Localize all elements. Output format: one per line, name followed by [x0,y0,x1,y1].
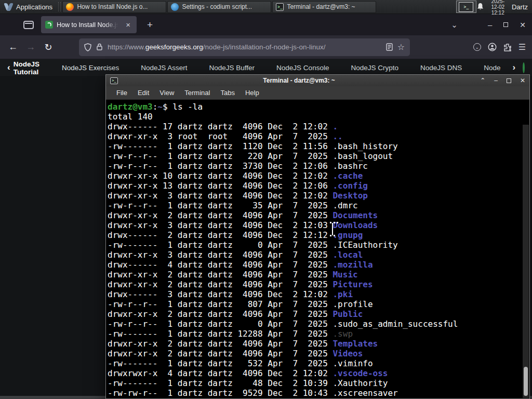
terminal-icon: >_ [110,77,118,84]
terminal-window: >_ Terminal - dartz@vm3: ~ ⌃ – ✕ FileEdi… [105,74,530,399]
ls-line: drwx------ 17 dartz dartz 4096 Dec 2 12:… [108,122,522,131]
terminal-scrollbar-thumb[interactable] [524,367,528,396]
url-bar[interactable]: https://www.geeksforgeeks.org/node-js/in… [79,38,410,56]
terminal-menu-terminal[interactable]: Terminal [179,87,215,98]
nav-link[interactable]: NodeJS Exercises [62,64,119,72]
distro-logo-icon [4,3,13,11]
geeksforgeeks-favicon [45,21,53,29]
user-menu[interactable]: Dartz [512,3,528,11]
firefox-icon [66,3,74,11]
ls-line: drwxr-xr-x 2 dartz dartz 4096 Apr 7 2025… [108,270,522,280]
nav-link[interactable]: NodeJS Assert [141,64,187,72]
nav-link[interactable]: NodeJS Console [276,64,329,72]
ls-line: -rw------- 1 dartz dartz 1120 Dec 2 11:5… [108,141,522,151]
tracking-shield-icon[interactable] [84,43,91,51]
panel-clock[interactable]: 2025-12-02 12:12 [490,0,506,16]
browser-minimize-button[interactable]: – [488,20,492,29]
ls-line: -rw-r--r-- 1 dartz dartz 3730 Dec 2 12:0… [108,161,522,171]
taskbar-button-label: Terminal - dartz@vm3: ~ [287,3,355,10]
clock-date: 2025-12-02 [490,0,506,10]
terminal-menu-file[interactable]: File [111,87,132,98]
ls-line: -rw-r--r-- 1 dartz dartz 220 Apr 7 2025 … [108,151,522,161]
applications-menu-button[interactable]: Applications [0,0,57,14]
account-icon[interactable] [488,43,497,51]
codium-icon [171,3,179,11]
nav-link[interactable]: NodeJS DNS [420,64,462,72]
taskbar-button-terminal[interactable]: >_Terminal - dartz@vm3: ~ [272,1,376,13]
workspace-switcher[interactable]: >_ [456,1,476,13]
ls-line: drwxr-xr-x 2 dartz dartz 4096 Apr 7 2025… [108,280,522,289]
panel-tasks: How to Install Node.js o...Settings - co… [62,1,377,13]
ls-line: drwx------ 2 dartz dartz 4096 Dec 2 12:1… [108,230,522,240]
clock-time: 12:12 [490,10,506,16]
url-path: /node-js/installation-of-node-js-on-linu… [203,43,326,51]
ls-line: -rw------- 1 dartz dartz 0 Apr 7 2025 .I… [108,240,522,250]
ls-line: drwxrwxr-x 4 dartz dartz 4096 Dec 2 12:0… [108,368,522,378]
terminal-menu-view[interactable]: View [154,87,179,98]
reload-button[interactable]: ↻ [39,42,57,53]
tab-title: How to Install Node.js on [57,21,120,29]
nav-back-chevron-icon[interactable]: ‹ [7,62,10,73]
bookmark-star-icon[interactable]: ☆ [397,42,405,52]
ls-line: -rw-r--r-- 1 dartz dartz 0 Apr 7 2025 .s… [108,319,522,329]
terminal-maximize-button[interactable] [507,78,511,83]
pocket-icon[interactable]: ⌄ [473,43,481,51]
workspace-terminal-thumb-icon: >_ [459,2,473,12]
terminal-title-bar[interactable]: >_ Terminal - dartz@vm3: ~ ⌃ – ✕ [106,75,529,86]
firefox-view-icon[interactable] [23,21,34,29]
ls-line: -rw-rw-r-- 1 dartz dartz 9529 Dec 2 10:4… [108,388,522,398]
ls-line: drwx------ 3 dartz dartz 4096 Dec 2 12:0… [108,289,522,299]
panel-grip-handle[interactable] [58,2,61,11]
terminal-close-button[interactable]: ✕ [520,77,525,84]
terminal-menu-bar: FileEditViewTerminalTabsHelp [106,86,529,100]
applications-label: Applications [16,3,52,11]
url-text[interactable]: https://www.geeksforgeeks.org/node-js/in… [108,43,381,51]
terminal-output: dartz@vm3:~$ ls -latotal 140drwx------ 1… [108,102,522,398]
taskbar-button-firefox[interactable]: How to Install Node.js o... [62,1,166,13]
terminal-menu-help[interactable]: Help [240,87,264,98]
ls-line: drwxr-xr-x 2 dartz dartz 4096 Apr 7 2025… [108,210,522,220]
new-tab-button[interactable]: + [143,19,157,31]
terminal-body[interactable]: dartz@vm3:~$ ls -latotal 140drwx------ 1… [106,100,529,398]
browser-toolbar: ← → ↻ https://www.geeksforgeeks.org/node… [0,35,532,59]
taskbar-button-label: How to Install Node.js o... [77,3,148,10]
tab-close-icon[interactable]: × [124,20,132,30]
ls-line: drwx------ 4 dartz dartz 4096 Apr 7 2025… [108,260,522,270]
ls-line: drwxr-xr-x 2 dartz dartz 4096 Apr 7 2025… [108,339,522,349]
ls-line: drwxr-xr-x 13 dartz dartz 4096 Dec 2 12:… [108,181,522,191]
terminal-minimize-button[interactable]: – [494,77,498,84]
nav-link[interactable]: NodeJS Crypto [351,64,398,72]
ls-line: -rw-r--r-- 1 dartz dartz 35 Apr 7 2025 .… [108,201,522,210]
browser-close-button[interactable]: ✕ [520,21,526,29]
terminal-title: Terminal - dartz@vm3: ~ [118,77,480,84]
extensions-puzzle-icon[interactable] [503,43,512,51]
tab-nodejs-install[interactable]: How to Install Node.js on × [41,16,137,33]
nav-more-chevron-icon[interactable]: › [513,62,516,73]
ls-line: -rw------- 1 dartz dartz 532 Apr 7 2025 … [108,358,522,368]
list-all-tabs-icon[interactable]: ⌄ [451,20,458,30]
terminal-menu-tabs[interactable]: Tabs [215,87,240,98]
terminal-shade-button[interactable]: ⌃ [480,77,485,84]
browser-maximize-button[interactable] [503,22,508,27]
menu-hamburger-icon[interactable]: ☰ [518,42,526,52]
notification-bell-icon[interactable] [476,3,484,11]
reader-view-icon[interactable] [386,43,393,51]
browser-tab-bar: How to Install Node.js on × + ⌄ – ✕ [0,14,532,35]
nav-link[interactable]: Node [484,64,500,72]
terminal-menu-edit[interactable]: Edit [132,87,154,98]
taskbar-button-label: Settings - codium script... [182,3,252,10]
nav-link-tutorial[interactable]: NodeJS Tutorial [14,60,39,76]
search-icon[interactable] [523,62,525,73]
lock-icon[interactable] [96,43,103,51]
terminal-icon: >_ [276,3,284,11]
url-domain: geeksforgeeks.org [145,43,203,51]
ls-line: -rw------- 1 dartz dartz 48 Dec 2 10:39 … [108,378,522,388]
ls-line: drwxr-xr-x 3 dartz dartz 4096 Dec 2 12:0… [108,191,522,201]
nav-link[interactable]: NodeJS Buffer [209,64,255,72]
terminal-scrollbar[interactable] [523,125,529,398]
desktop-panel: Applications How to Install Node.js o...… [0,0,532,14]
ls-line: drwxr-xr-x 3 dartz dartz 4096 Dec 2 12:0… [108,220,522,230]
forward-button[interactable]: → [22,42,39,52]
taskbar-button-codium[interactable]: Settings - codium script... [167,1,271,13]
back-button[interactable]: ← [4,42,22,52]
